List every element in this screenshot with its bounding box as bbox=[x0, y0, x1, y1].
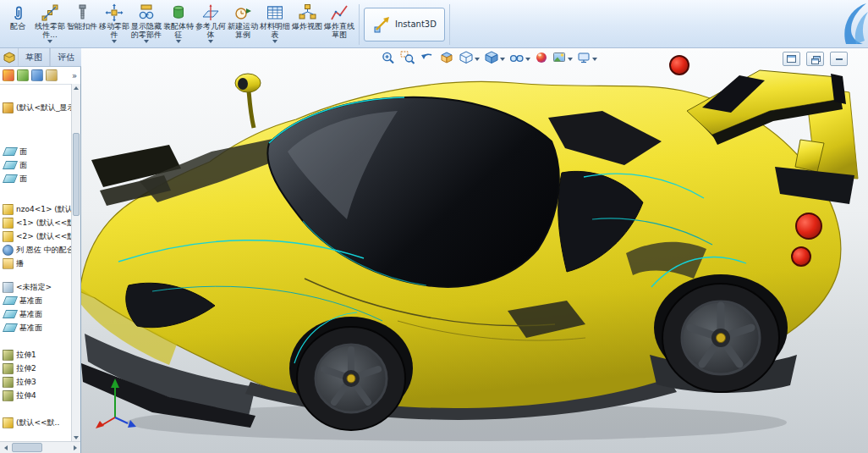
ribbon-button-instant3d[interactable]: Instant3D bbox=[364, 8, 445, 41]
hud-display-style-button[interactable] bbox=[482, 50, 507, 69]
plane-icon bbox=[3, 161, 18, 169]
viewport-3d[interactable] bbox=[81, 48, 868, 453]
hud-zoom-to-area-button[interactable] bbox=[398, 50, 417, 69]
ribbon-button-explode-line-sketch[interactable]: 爆炸直线草图 bbox=[324, 2, 354, 40]
tree-item-assembly[interactable]: (默认<默认_显示.. bbox=[0, 101, 72, 114]
hud-view-settings-button[interactable] bbox=[575, 50, 599, 69]
tree-item-plane[interactable]: 基准面 bbox=[0, 294, 72, 307]
dropdown-caret-icon bbox=[176, 40, 181, 43]
zoom-to-area-icon bbox=[400, 51, 415, 68]
propertymanager-tab-icon[interactable] bbox=[17, 69, 29, 81]
hud-section-view-button[interactable] bbox=[437, 50, 456, 69]
ribbon-button-move-component[interactable]: 移动零部件 bbox=[99, 2, 129, 44]
tab-sketch[interactable]: 草图 bbox=[18, 48, 50, 66]
tree-item-plane[interactable]: 基准面 bbox=[0, 321, 72, 334]
display-style-icon bbox=[484, 51, 499, 68]
ribbon-button-label: 显示隐藏的零部件 bbox=[131, 22, 162, 39]
ribbon-button-label: 参考几何体 bbox=[195, 22, 226, 39]
hud-previous-view-button[interactable] bbox=[418, 50, 437, 69]
hud-apply-scene-button[interactable] bbox=[551, 50, 574, 69]
plane-icon bbox=[3, 323, 18, 332]
featuremanager-tab-icon[interactable] bbox=[3, 69, 14, 81]
ribbon-button-label: 新建运动算例 bbox=[228, 22, 258, 39]
ribbon-button-linear-pattern[interactable]: 线性零部件... bbox=[35, 2, 65, 44]
ribbon-button-new-motion-study[interactable]: 新建运动算例 bbox=[228, 2, 258, 40]
horizontal-scroll-thumb[interactable] bbox=[12, 443, 42, 452]
part-icon bbox=[3, 417, 14, 428]
tree-item-component[interactable]: <1> (默认<<默 bbox=[0, 216, 72, 229]
explode-line-sketch-icon bbox=[330, 3, 349, 22]
tree-item-mates[interactable]: 列 恩佐 中的配合 bbox=[0, 243, 72, 257]
dropdown-caret-icon bbox=[47, 40, 52, 43]
ribbon-toolbar: 配合 线性零部件... 智能扣件 移动零部件 显示隐 bbox=[0, 0, 868, 48]
restore-window-icon bbox=[787, 55, 796, 63]
tree-item-component[interactable]: (默认<<默.. bbox=[0, 416, 72, 429]
window-new-button[interactable] bbox=[806, 52, 824, 66]
tree-item-component[interactable]: <2> (默认<<默 bbox=[0, 229, 72, 243]
document-window-buttons bbox=[783, 52, 848, 66]
mates-folder-icon bbox=[3, 245, 14, 256]
rear-wheel bbox=[662, 284, 779, 392]
part-icon bbox=[3, 204, 14, 215]
hud-hide-show-items-button[interactable] bbox=[508, 50, 532, 69]
extrude-feature-icon bbox=[3, 377, 14, 388]
edit-appearance-icon bbox=[535, 51, 548, 68]
tree-item-extrude[interactable]: 拉伸1 bbox=[0, 348, 72, 362]
panel-more-tabs-button[interactable]: » bbox=[72, 71, 78, 80]
section-view-icon bbox=[439, 51, 454, 68]
dimxpertmanager-tab-icon[interactable] bbox=[46, 69, 58, 81]
dropdown-caret-icon bbox=[525, 58, 530, 61]
minimize-window-icon bbox=[836, 58, 843, 60]
ribbon-button-mate[interactable]: 配合 bbox=[3, 2, 33, 31]
vertical-scroll-thumb[interactable] bbox=[73, 133, 80, 216]
ribbon-button-show-hidden-components[interactable]: 显示隐藏的零部件 bbox=[131, 2, 162, 44]
bom-table-icon bbox=[266, 3, 284, 22]
plane-icon bbox=[3, 296, 18, 305]
tree-vertical-scrollbar[interactable] bbox=[71, 84, 80, 441]
scroll-right-arrow-icon[interactable] bbox=[70, 443, 80, 452]
plane-icon bbox=[3, 147, 18, 156]
scroll-left-arrow-icon[interactable] bbox=[1, 443, 10, 452]
window-restore-button[interactable] bbox=[783, 52, 800, 66]
motion-study-icon bbox=[233, 3, 252, 22]
material-icon bbox=[3, 282, 14, 293]
car-model-3d bbox=[81, 48, 868, 453]
assembly-icon bbox=[3, 102, 14, 113]
tree-item-plane[interactable]: 基准面 bbox=[0, 307, 72, 321]
configurationmanager-tab-icon[interactable] bbox=[31, 69, 43, 81]
tree-horizontal-scrollbar[interactable] bbox=[0, 441, 80, 453]
hide-show-items-icon bbox=[509, 51, 525, 68]
tab-label: 草图 bbox=[25, 52, 42, 64]
tab-evaluate[interactable]: 评估 bbox=[50, 48, 82, 66]
scroll-up-arrow-icon[interactable] bbox=[72, 84, 80, 91]
ribbon-separator bbox=[449, 4, 450, 45]
tree-item-plane[interactable]: 面 bbox=[0, 145, 72, 158]
dropdown-caret-icon bbox=[568, 58, 573, 61]
ribbon-button-exploded-view[interactable]: 爆炸视图 bbox=[292, 2, 322, 31]
smart-fastener-icon bbox=[73, 3, 91, 22]
mate-icon bbox=[8, 3, 27, 22]
tree-item-material[interactable]: <未指定> bbox=[0, 280, 72, 294]
extrude-feature-icon bbox=[3, 350, 14, 361]
tree-item-plane[interactable]: 面 bbox=[0, 158, 72, 172]
window-minimize-button[interactable] bbox=[830, 52, 848, 66]
plane-icon bbox=[3, 310, 18, 318]
hud-edit-appearance-button[interactable] bbox=[533, 50, 550, 69]
tree-item-folder[interactable]: 播 bbox=[0, 257, 72, 270]
hud-zoom-to-fit-button[interactable] bbox=[379, 50, 398, 69]
ribbon-button-reference-geometry[interactable]: 参考几何体 bbox=[195, 2, 226, 44]
tree-item-extrude[interactable]: 拉伸4 bbox=[0, 389, 72, 402]
ribbon-button-label: 爆炸视图 bbox=[292, 22, 322, 30]
tree-item-extrude[interactable]: 拉伸3 bbox=[0, 375, 72, 389]
ribbon-button-assembly-features[interactable]: 装配体特征 bbox=[163, 2, 194, 44]
scroll-down-arrow-icon[interactable] bbox=[72, 434, 80, 441]
tree-item-extrude[interactable]: 拉伸2 bbox=[0, 362, 72, 375]
hud-view-orientation-button[interactable] bbox=[457, 50, 481, 69]
dropdown-caret-icon bbox=[592, 58, 597, 61]
tree-item-plane[interactable]: 面 bbox=[0, 172, 72, 185]
reference-geometry-icon bbox=[201, 3, 220, 22]
heads-up-toolbar bbox=[379, 50, 599, 69]
tree-item-component[interactable]: nzo4<1> (默认< bbox=[0, 202, 72, 216]
ribbon-button-bill-of-materials[interactable]: 材料明细表 bbox=[260, 2, 290, 44]
ribbon-button-smart-fasteners[interactable]: 智能扣件 bbox=[67, 2, 97, 31]
